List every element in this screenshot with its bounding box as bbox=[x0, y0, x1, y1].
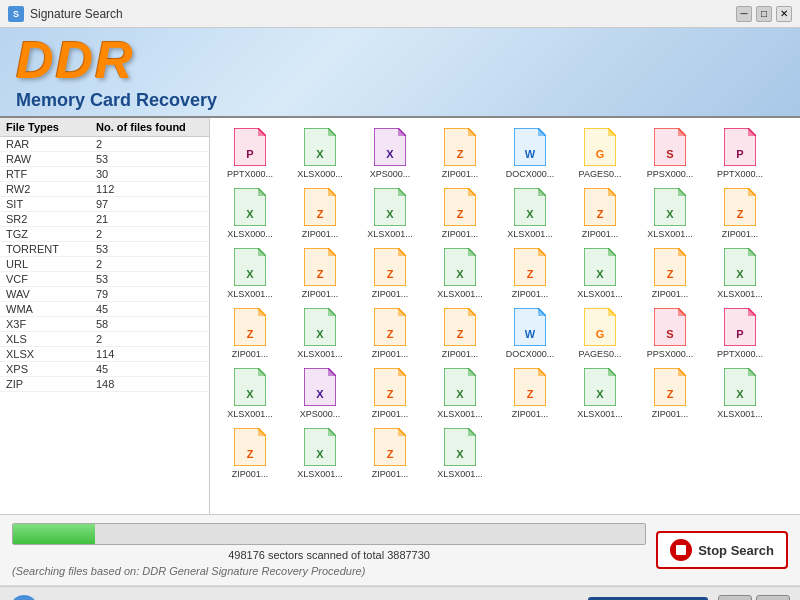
file-icon-item[interactable]: Z ZIP001... bbox=[496, 364, 564, 422]
file-icon-item[interactable]: Z ZIP001... bbox=[356, 244, 424, 302]
file-icon-item[interactable]: Z ZIP001... bbox=[426, 304, 494, 362]
file-types-panel: File Types No. of files found RAR2RAW53R… bbox=[0, 118, 210, 514]
file-type-row[interactable]: XLS2 bbox=[0, 332, 209, 347]
svg-text:X: X bbox=[246, 268, 254, 280]
file-type-row[interactable]: SR221 bbox=[0, 212, 209, 227]
file-icon-label: XPS000... bbox=[370, 169, 411, 179]
close-button[interactable]: ✕ bbox=[776, 6, 792, 22]
file-icon-item[interactable]: X XLSX001... bbox=[566, 244, 634, 302]
minimize-button[interactable]: ─ bbox=[736, 6, 752, 22]
file-icon-item[interactable]: Z ZIP001... bbox=[356, 364, 424, 422]
file-icon-svg: X bbox=[444, 368, 476, 406]
file-type-row[interactable]: TORRENT53 bbox=[0, 242, 209, 257]
file-icon-item[interactable]: G PAGES0... bbox=[566, 304, 634, 362]
file-icon-item[interactable]: X XLSX001... bbox=[426, 244, 494, 302]
svg-marker-127 bbox=[398, 428, 406, 436]
file-icon-label: XLSX001... bbox=[437, 409, 483, 419]
app-subtitle: Memory Card Recovery bbox=[16, 90, 217, 111]
file-icon-item[interactable]: Z ZIP001... bbox=[286, 184, 354, 242]
file-icon-img: X bbox=[232, 247, 268, 287]
file-icon-item[interactable]: Z ZIP001... bbox=[216, 424, 284, 482]
file-icon-item[interactable]: Z ZIP001... bbox=[356, 304, 424, 362]
file-icon-item[interactable]: X XLSX001... bbox=[496, 184, 564, 242]
svg-text:Z: Z bbox=[387, 448, 394, 460]
file-icon-item[interactable]: X XLSX001... bbox=[216, 244, 284, 302]
file-icon-label: XLSX001... bbox=[227, 409, 273, 419]
file-type-row[interactable]: VCF53 bbox=[0, 272, 209, 287]
file-type-row[interactable]: RAW53 bbox=[0, 152, 209, 167]
file-icon-item[interactable]: X XPS000... bbox=[286, 364, 354, 422]
file-type-row[interactable]: XPS45 bbox=[0, 362, 209, 377]
file-icon-item[interactable]: P PPTX000... bbox=[706, 124, 774, 182]
file-type-row[interactable]: WMA45 bbox=[0, 302, 209, 317]
file-icon-item[interactable]: X XPS000... bbox=[356, 124, 424, 182]
file-icon-item[interactable]: Z ZIP001... bbox=[356, 424, 424, 482]
file-icon-item[interactable]: Z ZIP001... bbox=[636, 244, 704, 302]
file-icon-img: X bbox=[582, 367, 618, 407]
file-icon-item[interactable]: X XLSX001... bbox=[286, 424, 354, 482]
svg-text:X: X bbox=[316, 148, 324, 160]
file-icon-item[interactable]: Z ZIP001... bbox=[636, 364, 704, 422]
file-icon-item[interactable]: X XLSX001... bbox=[426, 364, 494, 422]
nav-back-button[interactable]: ◄ bbox=[718, 595, 752, 601]
file-type-row[interactable]: RTF30 bbox=[0, 167, 209, 182]
file-types-scroll[interactable]: RAR2RAW53RTF30RW2112SIT97SR221TGZ2TORREN… bbox=[0, 137, 209, 514]
file-icon-label: PAGES0... bbox=[579, 349, 622, 359]
file-type-row[interactable]: URL2 bbox=[0, 257, 209, 272]
app-header: DDR Memory Card Recovery bbox=[0, 28, 800, 118]
file-icon-item[interactable]: G PAGES0... bbox=[566, 124, 634, 182]
file-icon-item[interactable]: X XLSX001... bbox=[706, 244, 774, 302]
file-icon-label: DOCX000... bbox=[506, 169, 555, 179]
status-bar: i To Stop recovery, click on 'Stop Searc… bbox=[0, 586, 800, 600]
file-type-name: RAW bbox=[6, 153, 96, 165]
file-type-row[interactable]: XLSX114 bbox=[0, 347, 209, 362]
file-icon-item[interactable]: X XLSX001... bbox=[216, 364, 284, 422]
file-icon-label: XLSX001... bbox=[367, 229, 413, 239]
file-icon-svg: P bbox=[724, 128, 756, 166]
file-icon-item[interactable]: X XLSX001... bbox=[706, 364, 774, 422]
file-icon-svg: Z bbox=[234, 308, 266, 346]
file-type-row[interactable]: TGZ2 bbox=[0, 227, 209, 242]
file-type-row[interactable]: RAR2 bbox=[0, 137, 209, 152]
stop-search-button[interactable]: Stop Search bbox=[656, 531, 788, 569]
file-icon-label: XLSX001... bbox=[437, 469, 483, 479]
file-icon-item[interactable]: X XLSX001... bbox=[426, 424, 494, 482]
file-icon-item[interactable]: Z ZIP001... bbox=[566, 184, 634, 242]
file-type-row[interactable]: WAV79 bbox=[0, 287, 209, 302]
file-type-count: 2 bbox=[96, 138, 203, 150]
file-icon-img: Z bbox=[372, 427, 408, 467]
file-icon-item[interactable]: X XLSX001... bbox=[356, 184, 424, 242]
file-icon-item[interactable]: Z ZIP001... bbox=[706, 184, 774, 242]
file-icon-item[interactable]: Z ZIP001... bbox=[216, 304, 284, 362]
svg-text:X: X bbox=[316, 328, 324, 340]
file-icon-item[interactable]: Z ZIP001... bbox=[286, 244, 354, 302]
file-icon-item[interactable]: X XLSX001... bbox=[636, 184, 704, 242]
file-type-row[interactable]: RW2112 bbox=[0, 182, 209, 197]
file-icon-item[interactable]: X XLSX000... bbox=[216, 184, 284, 242]
maximize-button[interactable]: □ bbox=[756, 6, 772, 22]
nav-forward-button[interactable]: ► bbox=[756, 595, 790, 601]
file-icons-panel[interactable]: P PPTX000... X XLSX000... X XPS000... bbox=[210, 118, 800, 514]
file-type-count: 2 bbox=[96, 258, 203, 270]
file-icon-item[interactable]: W DOCX000... bbox=[496, 304, 564, 362]
file-icon-item[interactable]: X XLSX001... bbox=[566, 364, 634, 422]
file-icon-item[interactable]: P PPTX000... bbox=[216, 124, 284, 182]
file-icon-item[interactable]: W DOCX000... bbox=[496, 124, 564, 182]
file-type-row[interactable]: X3F58 bbox=[0, 317, 209, 332]
file-icon-img: S bbox=[652, 127, 688, 167]
file-icon-item[interactable]: X XLSX000... bbox=[286, 124, 354, 182]
file-type-row[interactable]: SIT97 bbox=[0, 197, 209, 212]
file-type-count: 45 bbox=[96, 303, 203, 315]
file-icon-item[interactable]: S PPSX000... bbox=[636, 304, 704, 362]
file-icon-label: XLSX000... bbox=[227, 229, 273, 239]
file-icon-item[interactable]: X XLSX001... bbox=[286, 304, 354, 362]
file-icon-item[interactable]: Z ZIP001... bbox=[426, 124, 494, 182]
file-type-count: 30 bbox=[96, 168, 203, 180]
file-icon-item[interactable]: Z ZIP001... bbox=[426, 184, 494, 242]
file-icon-item[interactable]: P PPTX000... bbox=[706, 304, 774, 362]
svg-marker-100 bbox=[328, 368, 336, 376]
svg-marker-106 bbox=[468, 368, 476, 376]
file-type-row[interactable]: ZIP148 bbox=[0, 377, 209, 392]
file-icon-item[interactable]: Z ZIP001... bbox=[496, 244, 564, 302]
file-icon-item[interactable]: S PPSX000... bbox=[636, 124, 704, 182]
